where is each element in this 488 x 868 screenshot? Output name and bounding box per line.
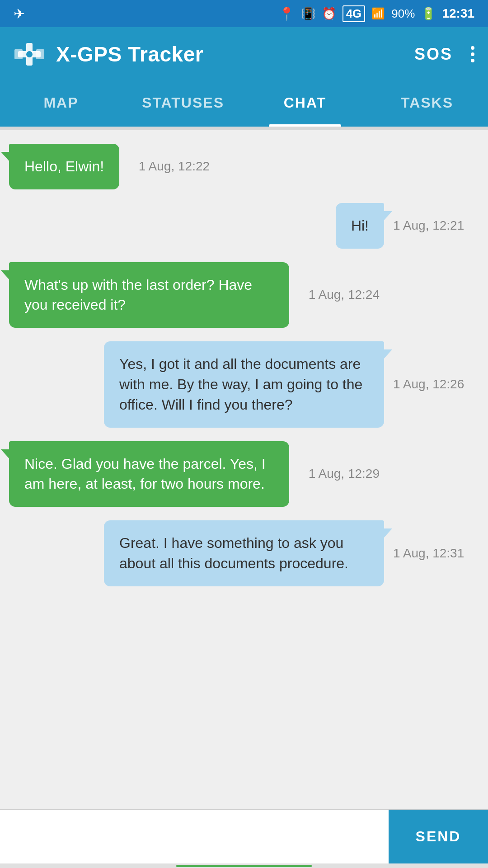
sent-bubble: Hello, Elwin! (9, 144, 119, 189)
message-input[interactable] (9, 819, 389, 855)
message-timestamp: 1 Aug, 12:26 (393, 377, 474, 392)
network-badge: 4G (343, 5, 366, 22)
message-timestamp: 1 Aug, 12:22 (128, 159, 210, 174)
more-menu-button[interactable] (471, 46, 474, 62)
battery-icon: 🔋 (421, 7, 436, 21)
message-timestamp: 1 Aug, 12:21 (393, 218, 474, 233)
input-bar: SEND (0, 809, 488, 863)
status-bar: ✈ 📍 📳 ⏰ 4G 📶 90% 🔋 12:31 (0, 0, 488, 27)
message-row: 1 Aug, 12:21Hi! (9, 203, 474, 249)
bottom-indicator (176, 865, 312, 867)
message-row: 1 Aug, 12:31Great. I have something to a… (9, 520, 474, 586)
app-title: X-GPS Tracker (56, 42, 414, 66)
tab-map[interactable]: MAP (0, 81, 122, 127)
svg-point-4 (26, 51, 33, 57)
status-left: ✈ (14, 6, 25, 22)
message-row: What's up with the last order? Have you … (9, 262, 474, 328)
app-logo (14, 38, 45, 70)
sent-bubble: What's up with the last order? Have you … (9, 262, 289, 328)
tab-bar: MAP STATUSES CHAT TASKS (0, 81, 488, 127)
send-button[interactable]: SEND (389, 810, 488, 864)
message-row: Nice. Glad you have the parcel. Yes, I a… (9, 441, 474, 507)
bottom-bar (0, 863, 488, 868)
tab-chat[interactable]: CHAT (244, 81, 366, 127)
svg-rect-2 (14, 49, 23, 59)
received-bubble: Great. I have something to ask you about… (104, 520, 384, 586)
sent-bubble: Nice. Glad you have the parcel. Yes, I a… (9, 441, 289, 507)
message-row: 1 Aug, 12:26Yes, I got it and all the do… (9, 341, 474, 427)
message-row: Hello, Elwin!1 Aug, 12:22 (9, 144, 474, 189)
vibrate-icon: 📳 (301, 7, 315, 21)
received-bubble: Yes, I got it and all the documents are … (104, 341, 384, 427)
sos-button[interactable]: SOS (414, 45, 453, 64)
tab-tasks[interactable]: TASKS (366, 81, 488, 127)
satellite-icon: ✈ (14, 6, 25, 22)
app-bar: X-GPS Tracker SOS (0, 27, 488, 81)
chat-area: Hello, Elwin!1 Aug, 12:221 Aug, 12:21Hi!… (0, 130, 488, 809)
alarm-icon: ⏰ (322, 7, 336, 21)
message-timestamp: 1 Aug, 12:31 (393, 546, 474, 561)
status-right: 📍 📳 ⏰ 4G 📶 90% 🔋 12:31 (279, 5, 474, 22)
message-timestamp: 1 Aug, 12:24 (298, 288, 380, 302)
message-timestamp: 1 Aug, 12:29 (298, 467, 380, 481)
clock: 12:31 (442, 6, 474, 21)
battery-percent: 90% (391, 7, 415, 21)
received-bubble: Hi! (336, 203, 384, 249)
svg-rect-3 (36, 49, 44, 59)
tab-statuses[interactable]: STATUSES (122, 81, 244, 127)
tab-divider (0, 127, 488, 130)
location-icon: 📍 (279, 6, 295, 21)
signal-bars: 📶 (371, 7, 385, 20)
